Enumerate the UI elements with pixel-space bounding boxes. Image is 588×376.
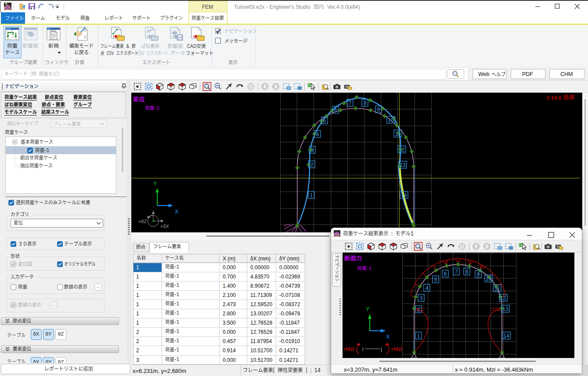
svg-text:i: i bbox=[362, 346, 364, 352]
svg-text:9: 9 bbox=[477, 271, 480, 278]
svg-text:5: 5 bbox=[323, 118, 326, 124]
svg-text:+Mzl: +Mzl bbox=[391, 346, 402, 352]
svg-text:2D: 2D bbox=[5, 5, 11, 10]
svg-text:j: j bbox=[380, 346, 382, 352]
svg-text:13: 13 bbox=[502, 306, 509, 312]
svg-text:14: 14 bbox=[401, 192, 407, 199]
svg-text:14: 14 bbox=[503, 333, 509, 339]
svg-text:10: 10 bbox=[486, 276, 492, 282]
svg-text:7: 7 bbox=[455, 269, 458, 275]
svg-text:+Mzl: +Mzl bbox=[343, 346, 354, 352]
svg-text:2D: 2D bbox=[334, 232, 340, 237]
svg-text:10: 10 bbox=[388, 117, 394, 123]
svg-text:11: 11 bbox=[395, 131, 401, 137]
svg-text:3: 3 bbox=[420, 295, 423, 301]
svg-text:+δX: +δX bbox=[160, 224, 170, 229]
svg-text:12: 12 bbox=[500, 295, 506, 301]
svg-text:13: 13 bbox=[400, 162, 406, 168]
svg-text:5: 5 bbox=[434, 277, 437, 283]
svg-text:1: 1 bbox=[417, 333, 420, 339]
svg-text:Y: Y bbox=[153, 180, 157, 187]
svg-text:1: 1 bbox=[310, 192, 313, 199]
svg-text:7: 7 bbox=[349, 100, 352, 106]
svg-text:9: 9 bbox=[377, 107, 380, 113]
svg-text:3: 3 bbox=[311, 147, 314, 153]
svg-text:11: 11 bbox=[494, 286, 500, 292]
svg-text:6: 6 bbox=[334, 107, 337, 113]
svg-text:2: 2 bbox=[310, 162, 314, 168]
svg-text:12: 12 bbox=[399, 147, 405, 153]
svg-text:4: 4 bbox=[426, 285, 429, 291]
svg-text:6: 6 bbox=[444, 271, 447, 277]
svg-text:X: X bbox=[175, 208, 179, 215]
svg-text:+θZ: +θZ bbox=[138, 219, 147, 224]
svg-text:2: 2 bbox=[417, 307, 420, 313]
svg-text:8: 8 bbox=[465, 269, 469, 275]
svg-text:Y: Y bbox=[366, 306, 370, 312]
svg-text:4: 4 bbox=[316, 131, 319, 137]
svg-text:8: 8 bbox=[364, 100, 367, 106]
svg-text:X: X bbox=[386, 333, 390, 340]
